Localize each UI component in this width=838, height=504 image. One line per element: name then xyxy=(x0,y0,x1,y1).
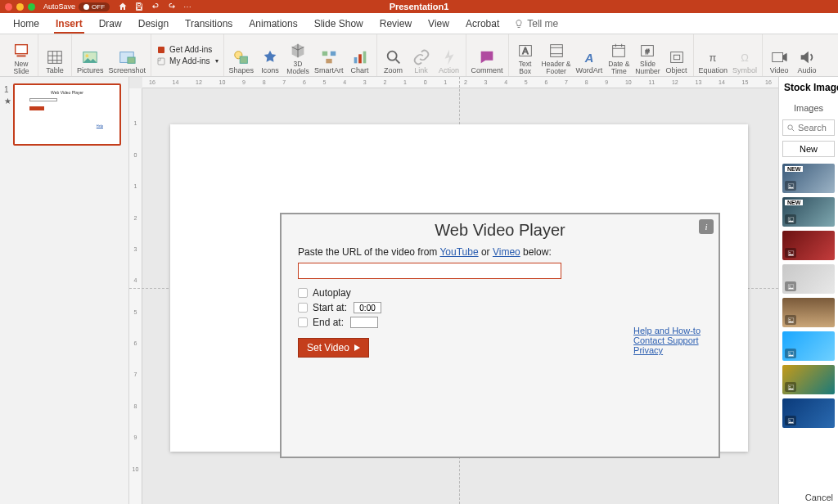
tell-me-search[interactable]: Tell me xyxy=(514,18,558,29)
stock-image-tile[interactable]: NEW xyxy=(782,197,835,227)
new-slide-button[interactable]: New Slide xyxy=(10,42,33,74)
undo-icon[interactable] xyxy=(151,2,160,11)
svg-rect-12 xyxy=(331,52,336,56)
stock-cancel-button[interactable]: Cancel xyxy=(805,493,833,502)
slide-thumbnail-1[interactable]: Web Video Player Help xyxy=(13,83,121,146)
image-type-icon xyxy=(785,416,796,425)
image-type-icon xyxy=(785,214,796,224)
tab-review[interactable]: Review xyxy=(378,15,413,33)
stock-image-tile[interactable] xyxy=(782,398,835,428)
svg-rect-15 xyxy=(358,54,362,63)
stock-new-button[interactable]: New xyxy=(782,141,835,157)
tab-transitions[interactable]: Transitions xyxy=(183,15,234,33)
svg-point-30 xyxy=(788,124,793,129)
video-url-input[interactable] xyxy=(298,263,561,279)
stock-search-input[interactable]: Search xyxy=(782,119,835,136)
autoplay-checkbox[interactable] xyxy=(298,288,308,298)
close-window-icon[interactable] xyxy=(5,3,12,11)
shapes-button[interactable]: Shapes xyxy=(229,48,255,74)
equation-button[interactable]: πEquation xyxy=(699,48,728,74)
redo-icon[interactable] xyxy=(167,2,177,11)
svg-point-32 xyxy=(789,185,791,187)
panel-title: Stock Images xyxy=(779,77,838,97)
help-link[interactable]: Help and How-to xyxy=(633,326,701,335)
tab-design[interactable]: Design xyxy=(137,15,170,33)
image-type-icon xyxy=(785,315,796,325)
end-at-checkbox[interactable] xyxy=(298,317,308,327)
pictures-button[interactable]: Pictures xyxy=(77,48,104,74)
tab-view[interactable]: View xyxy=(426,15,451,33)
tab-home[interactable]: Home xyxy=(11,15,41,33)
end-at-label: End at: xyxy=(313,317,344,328)
stock-image-tile[interactable] xyxy=(782,365,835,394)
3d-models-button[interactable]: 3D Models xyxy=(286,42,309,74)
icons-button[interactable]: Icons xyxy=(259,48,282,74)
svg-rect-0 xyxy=(16,45,28,54)
comment-button[interactable]: Comment xyxy=(471,48,503,74)
svg-rect-25 xyxy=(670,52,683,63)
slide-thumbnail-pane[interactable]: 1 ★ Web Video Player Help xyxy=(0,77,129,504)
svg-rect-11 xyxy=(322,52,327,56)
start-at-input[interactable] xyxy=(354,302,381,313)
zoom-button[interactable]: Zoom xyxy=(382,48,405,74)
screenshot-button[interactable]: Screenshot xyxy=(109,48,146,74)
textbox-button[interactable]: AText Box xyxy=(514,42,537,74)
table-button[interactable]: Table xyxy=(43,48,66,74)
end-at-input[interactable] xyxy=(350,317,378,328)
svg-rect-29 xyxy=(773,53,783,62)
home-icon[interactable] xyxy=(118,2,128,11)
date-time-button[interactable]: Date & Time xyxy=(607,42,630,74)
panel-category-images[interactable]: Images xyxy=(779,103,838,113)
tab-animations[interactable]: Animations xyxy=(247,15,299,33)
vimeo-link[interactable]: Vimeo xyxy=(493,246,520,258)
tab-acrobat[interactable]: Acrobat xyxy=(464,15,501,33)
privacy-link[interactable]: Privacy xyxy=(633,345,701,355)
svg-point-40 xyxy=(789,319,791,321)
tab-draw[interactable]: Draw xyxy=(97,15,124,33)
autosave-toggle[interactable]: OFF xyxy=(79,2,110,11)
stock-image-tile[interactable]: NEW xyxy=(782,164,835,193)
more-icon[interactable]: ⋯ xyxy=(183,2,191,11)
tab-slideshow[interactable]: Slide Show xyxy=(313,15,365,33)
smartart-button[interactable]: SmartArt xyxy=(314,48,344,74)
save-icon[interactable] xyxy=(134,2,144,11)
play-icon xyxy=(354,344,360,351)
stock-image-tile[interactable] xyxy=(782,331,835,361)
set-video-button[interactable]: Set Video xyxy=(298,338,369,358)
slide-number-button[interactable]: #Slide Number xyxy=(635,42,660,74)
link-button: Link xyxy=(410,48,433,74)
svg-rect-20 xyxy=(550,45,562,57)
image-type-icon xyxy=(785,248,796,258)
svg-point-46 xyxy=(789,420,791,421)
mac-titlebar: AutoSave OFF ⋯ Presentation1 xyxy=(0,0,838,13)
svg-rect-13 xyxy=(326,59,331,64)
svg-point-4 xyxy=(86,54,89,57)
start-at-checkbox[interactable] xyxy=(298,303,308,313)
minimize-window-icon[interactable] xyxy=(16,3,24,11)
image-type-icon xyxy=(785,382,796,392)
chart-button[interactable]: Chart xyxy=(349,48,372,74)
stock-image-tile[interactable] xyxy=(782,298,835,327)
my-addins-button[interactable]: My Add-ins▾ xyxy=(156,56,218,66)
svg-point-34 xyxy=(789,218,791,220)
addin-instruction: Paste the URL of the video from YouTube … xyxy=(298,246,702,258)
audio-button[interactable]: Audio xyxy=(795,48,818,74)
stock-image-tile[interactable] xyxy=(782,264,835,294)
youtube-link[interactable]: YouTube xyxy=(439,246,478,258)
slide-animation-indicator-icon: ★ xyxy=(4,97,11,106)
header-footer-button[interactable]: Header & Footer xyxy=(542,42,571,74)
wordart-button[interactable]: AWordArt xyxy=(576,48,603,74)
ribbon-tabs: Home Insert Draw Design Transitions Anim… xyxy=(0,13,838,34)
svg-rect-22 xyxy=(613,46,625,57)
addin-info-icon[interactable]: i xyxy=(699,219,714,234)
slide-canvas[interactable]: i Web Video Player Paste the URL of the … xyxy=(170,124,748,452)
tab-insert[interactable]: Insert xyxy=(54,15,84,33)
svg-rect-14 xyxy=(354,57,357,63)
svg-point-44 xyxy=(789,386,791,388)
video-button[interactable]: Video xyxy=(768,48,791,74)
fullscreen-window-icon[interactable] xyxy=(28,3,35,11)
object-button[interactable]: Object xyxy=(665,48,688,74)
get-addins-button[interactable]: Get Add-ins xyxy=(156,45,218,55)
stock-image-tile[interactable] xyxy=(782,231,835,260)
contact-support-link[interactable]: Contact Support xyxy=(633,335,701,345)
